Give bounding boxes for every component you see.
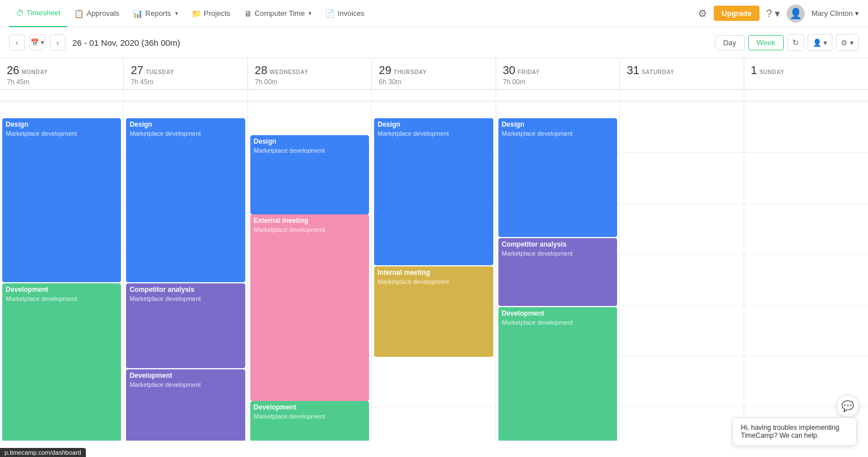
time-block[interactable]: DesignMarketplace development — [126, 118, 245, 282]
day-col-26[interactable]: DesignMarketplace developmentDevelopment… — [0, 101, 124, 441]
time-block[interactable]: DevelopmentMarketplace development — [126, 369, 245, 441]
next-arrow[interactable]: › — [50, 35, 66, 50]
chat-message: Hi, having troubles implementing TimeCam… — [741, 424, 839, 439]
view-controls: Day Week ↻ 👤 ▾ ⚙ ▾ — [715, 34, 859, 51]
nav-item-approvals[interactable]: 📋Approvals — [67, 0, 126, 27]
days-body: DesignMarketplace developmentDevelopment… — [0, 101, 868, 441]
user-menu[interactable]: Mary Clinton ▾ — [811, 9, 859, 18]
day-header-1: 1SUNDAY — [744, 58, 868, 89]
day-header-29: 29THURSDAY6h 30m — [372, 58, 496, 89]
day-col-29[interactable]: DesignMarketplace developmentInternal me… — [372, 101, 496, 441]
time-block[interactable]: DevelopmentMarketplace development — [498, 307, 617, 441]
calendar-picker[interactable]: 📅 ▾ — [29, 35, 45, 50]
invoices-icon: 📄 — [325, 9, 335, 18]
prev-arrow[interactable]: ‹ — [9, 35, 25, 50]
computer-time-icon: 🖥 — [244, 9, 252, 18]
day-col-27[interactable]: DesignMarketplace developmentCompetitor … — [124, 101, 248, 441]
user-filter[interactable]: 👤 ▾ — [808, 34, 833, 51]
time-block[interactable]: Competitor analysisMarketplace developme… — [498, 238, 617, 306]
top-nav: ⏱Timesheet📋Approvals📊Reports▾📁Projects🖥C… — [0, 0, 868, 27]
time-block[interactable]: DesignMarketplace development — [250, 135, 369, 214]
chat-bubble: Hi, having troubles implementing TimeCam… — [732, 417, 857, 441]
time-block[interactable]: DevelopmentMarketplace development — [250, 401, 369, 441]
day-col-30[interactable]: DesignMarketplace developmentCompetitor … — [496, 101, 620, 441]
nav-item-computer-time[interactable]: 🖥Computer Time▾ — [237, 0, 319, 27]
nav-item-timesheet[interactable]: ⏱Timesheet — [9, 0, 67, 27]
day-header-30: 30FRIDAY7h 00m — [496, 58, 620, 89]
day-view-button[interactable]: Day — [715, 35, 745, 50]
day-header-31: 31SATURDAY — [620, 58, 744, 89]
time-block[interactable]: DesignMarketplace development — [498, 118, 617, 237]
approvals-icon: 📋 — [74, 9, 84, 18]
day-header-27: 27TUESDAY7h 45m — [124, 58, 248, 89]
settings-icon[interactable]: ⚙ — [698, 7, 707, 20]
refresh-icon[interactable]: ↻ — [787, 34, 804, 51]
time-block[interactable]: DesignMarketplace development — [374, 118, 493, 265]
settings-filter[interactable]: ⚙ ▾ — [836, 34, 859, 51]
day-header-26: 26MONDAY7h 45m — [0, 58, 124, 89]
day-col-1[interactable] — [744, 101, 868, 441]
week-view-button[interactable]: Week — [748, 35, 784, 50]
day-header-28: 28WEDNESDAY7h 00m — [248, 58, 372, 89]
time-block[interactable]: Competitor analysisMarketplace developme… — [126, 283, 245, 368]
nav-item-projects[interactable]: 📁Projects — [185, 0, 237, 27]
help-icon[interactable]: ? ▾ — [766, 7, 780, 20]
time-block[interactable]: External meetingMarketplace development — [250, 214, 369, 401]
reports-icon: 📊 — [133, 9, 142, 18]
days-header: 26MONDAY7h 45m27TUESDAY7h 45m28WEDNESDAY… — [0, 58, 868, 90]
date-range-label: 26 - 01 Nov, 2020 (36h 00m) — [72, 38, 180, 48]
calendar-header: ‹ 📅 ▾ › 26 - 01 Nov, 2020 (36h 00m) Day … — [0, 27, 868, 58]
timesheet-icon: ⏱ — [16, 8, 24, 18]
projects-icon: 📁 — [192, 9, 201, 18]
nav-right: ⚙ Upgrade ? ▾ 👤 Mary Clinton ▾ — [698, 5, 859, 23]
nav-item-invoices[interactable]: 📄Invoices — [318, 0, 371, 27]
time-block[interactable]: DevelopmentMarketplace development — [2, 283, 121, 441]
avatar: 👤 — [787, 5, 805, 23]
nav-item-reports[interactable]: 📊Reports▾ — [126, 0, 185, 27]
time-block[interactable]: Internal meetingMarketplace development — [374, 266, 493, 357]
upgrade-button[interactable]: Upgrade — [714, 6, 760, 21]
calendar-grid: 26MONDAY7h 45m27TUESDAY7h 45m28WEDNESDAY… — [0, 58, 868, 441]
chat-icon[interactable]: 💬 — [836, 395, 859, 417]
time-block[interactable]: DesignMarketplace development — [2, 118, 121, 282]
day-col-31[interactable] — [620, 101, 744, 441]
day-col-28[interactable]: DesignMarketplace developmentExternal me… — [248, 101, 372, 441]
